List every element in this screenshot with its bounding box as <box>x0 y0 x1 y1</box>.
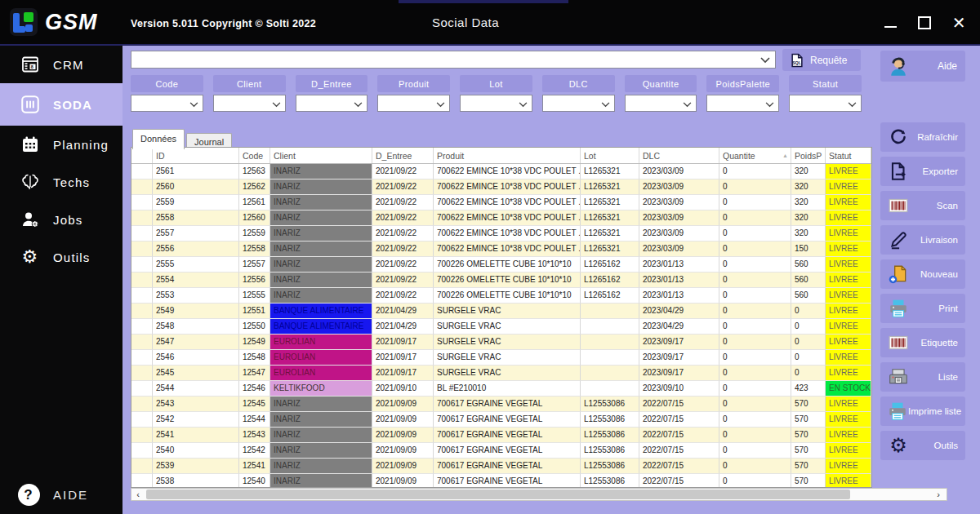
livraison-button[interactable]: Livraison <box>880 225 965 255</box>
cell-id: 2545 <box>153 366 239 381</box>
column-header-quantite[interactable]: Quantite▲ <box>719 148 791 163</box>
imprime-liste-button[interactable]: Imprime liste <box>880 397 965 426</box>
sql-query-button[interactable]: SQL Requête <box>782 49 861 71</box>
cell-produit: 700617 EGRAINE VEGETAL <box>434 459 581 474</box>
filter-combobox[interactable] <box>625 95 697 112</box>
table-row[interactable]: 255812560INARIZ2021/09/22700622 EMINCE 1… <box>131 210 871 226</box>
filter-label-button[interactable]: Code <box>131 75 203 92</box>
liste-button[interactable]: Liste <box>880 362 965 392</box>
table-row[interactable]: 254212544INARIZ2021/09/09700617 EGRAINE … <box>131 412 871 428</box>
table-row[interactable]: 255512557INARIZ2021/09/22700226 OMELETTE… <box>131 257 871 273</box>
scroll-left-icon[interactable]: ‹ <box>131 489 145 500</box>
cell-dlc: 2023/09/17 <box>639 335 719 350</box>
column-header-poidsp[interactable]: PoidsP <box>791 148 826 163</box>
filter-label-button[interactable]: Statut <box>789 75 862 92</box>
filter-combobox[interactable] <box>296 95 368 112</box>
close-button[interactable]: ✕ <box>952 16 965 29</box>
horizontal-scrollbar[interactable]: ‹ › <box>131 488 947 501</box>
table-row[interactable]: 253912541INARIZ2021/09/09700617 EGRAINE … <box>131 459 871 474</box>
sidebar-item-crm[interactable]: 8CRM <box>0 46 122 83</box>
column-header-id[interactable]: ID <box>153 148 239 163</box>
cell-produit: 700226 OMELETTE CUBE 10*10*10 <box>434 257 581 273</box>
filter-combobox[interactable] <box>706 95 779 112</box>
rafra-chir-button[interactable]: Rafraîchir <box>880 122 965 152</box>
sidebar-item-label: Jobs <box>53 213 83 227</box>
print-button[interactable]: Print <box>880 294 965 323</box>
filter-combobox[interactable] <box>131 95 203 112</box>
cell-poids: 150 <box>791 241 826 257</box>
table-row[interactable]: 254612548EUROLIAN2021/09/17SURGELE VRAC2… <box>131 350 871 366</box>
column-header-selector[interactable] <box>131 148 153 163</box>
cell-produit: 700622 EMINCE 10*38 VDC POULET ... <box>434 210 581 226</box>
table-row[interactable]: 255412556INARIZ2021/09/22700226 OMELETTE… <box>131 273 871 288</box>
svg-text:8: 8 <box>31 64 34 69</box>
sidebar-item-techs[interactable]: Techs <box>0 163 122 201</box>
table-row[interactable]: 255612558INARIZ2021/09/22700622 EMINCE 1… <box>131 241 871 257</box>
sidebar-item-aide[interactable]: ? AIDE <box>18 484 88 506</box>
filter-combobox[interactable] <box>213 95 286 112</box>
cell-statut: LIVREE <box>826 195 871 210</box>
sidebar-item-soda[interactable]: SODA <box>0 83 122 126</box>
column-header-label: Produit <box>437 148 464 163</box>
query-combobox[interactable] <box>131 51 776 69</box>
cell-dlc: 2023/04/29 <box>639 304 719 319</box>
table-row[interactable]: 255312555INARIZ2021/09/22700226 OMELETTE… <box>131 288 871 304</box>
column-header-code[interactable]: Code <box>239 148 270 163</box>
table-row[interactable]: 254512547EUROLIAN2021/09/17SURGELE VRAC2… <box>131 366 871 381</box>
column-header-statut[interactable]: Statut <box>826 148 871 163</box>
svg-text:SQL: SQL <box>792 60 802 64</box>
cell-d-entree: 2021/04/29 <box>372 319 434 335</box>
sidebar-item-jobs[interactable]: Jobs <box>0 201 122 238</box>
table-row[interactable]: 254412546KELTIKFOOD2021/09/10BL #E210010… <box>131 381 871 397</box>
cell-client: INARIZ <box>270 412 372 428</box>
filter-combobox[interactable] <box>377 95 450 112</box>
table-row[interactable]: 254812550BANQUE ALIMENTAIRE2021/04/29SUR… <box>131 319 871 335</box>
table-row[interactable]: 255712559INARIZ2021/09/22700622 EMINCE 1… <box>131 226 871 241</box>
column-header-client[interactable]: Client <box>270 148 372 163</box>
outils-button[interactable]: ⚙Outils <box>880 431 965 460</box>
table-row[interactable]: 256112563INARIZ2021/09/22700622 EMINCE 1… <box>131 164 871 179</box>
filter-combobox[interactable] <box>460 95 532 112</box>
filter-label-button[interactable]: D_Entree <box>296 75 368 92</box>
table-row[interactable]: 254112543INARIZ2021/09/09700617 EGRAINE … <box>131 428 871 443</box>
cell-quantite: 0 <box>719 195 791 210</box>
sidebar-item-planning[interactable]: Planning <box>0 126 122 163</box>
scan-button[interactable]: Scan <box>880 191 965 220</box>
chevron-down-icon <box>272 96 281 111</box>
column-header-lot[interactable]: Lot <box>581 148 639 163</box>
table-row[interactable]: 256012562INARIZ2021/09/22700622 EMINCE 1… <box>131 179 871 195</box>
table-row[interactable]: 254912551BANQUE ALIMENTAIRE2021/04/29SUR… <box>131 304 871 319</box>
nouveau-button[interactable]: Nouveau <box>880 259 965 289</box>
table-row[interactable]: 254312545INARIZ2021/09/09700617 EGRAINE … <box>131 397 871 412</box>
column-header-d_entree[interactable]: D_Entree <box>372 148 434 163</box>
filter-combobox[interactable] <box>789 95 862 112</box>
exporter-button[interactable]: Exporter <box>880 157 965 186</box>
filter-label-button[interactable]: PoidsPalette <box>706 75 779 92</box>
maximize-button[interactable] <box>918 16 931 29</box>
cell-id: 2538 <box>153 474 239 488</box>
logo-text: GSM <box>45 10 98 35</box>
cell-code: 12540 <box>239 474 270 488</box>
filter-combobox[interactable] <box>542 95 615 112</box>
column-header-produit[interactable]: Produit <box>434 148 581 163</box>
title-bar: GSM Version 5.011 Copyright © Solti 2022… <box>0 0 980 46</box>
table-row[interactable]: 253812540INARIZ2021/09/09700617 EGRAINE … <box>131 474 871 488</box>
tab-donnees[interactable]: Données <box>132 129 185 149</box>
filter-label-button[interactable]: Lot <box>460 75 532 92</box>
barcode-icon <box>887 331 910 354</box>
scroll-right-icon[interactable]: › <box>932 489 945 500</box>
filter-label-button[interactable]: Produit <box>377 75 450 92</box>
filter-label-button[interactable]: Quantite <box>625 75 697 92</box>
filter-label-button[interactable]: DLC <box>542 75 615 92</box>
table-row[interactable]: 254712549EUROLIAN2021/09/17SURGELE VRAC2… <box>131 335 871 350</box>
table-row[interactable]: 254012542INARIZ2021/09/09700617 EGRAINE … <box>131 443 871 459</box>
column-header-dlc[interactable]: DLC <box>639 148 719 163</box>
etiquette-button[interactable]: Etiquette <box>880 328 965 357</box>
scrollbar-thumb[interactable] <box>146 490 850 499</box>
cell-statut: LIVREE <box>826 241 871 257</box>
table-row[interactable]: 255912561INARIZ2021/09/22700622 EMINCE 1… <box>131 195 871 210</box>
filter-label-button[interactable]: Client <box>213 75 286 92</box>
sidebar-item-outils[interactable]: ⚙Outils <box>0 238 122 276</box>
aide-button[interactable]: Aide <box>880 51 965 82</box>
minimize-button[interactable] <box>884 19 897 28</box>
